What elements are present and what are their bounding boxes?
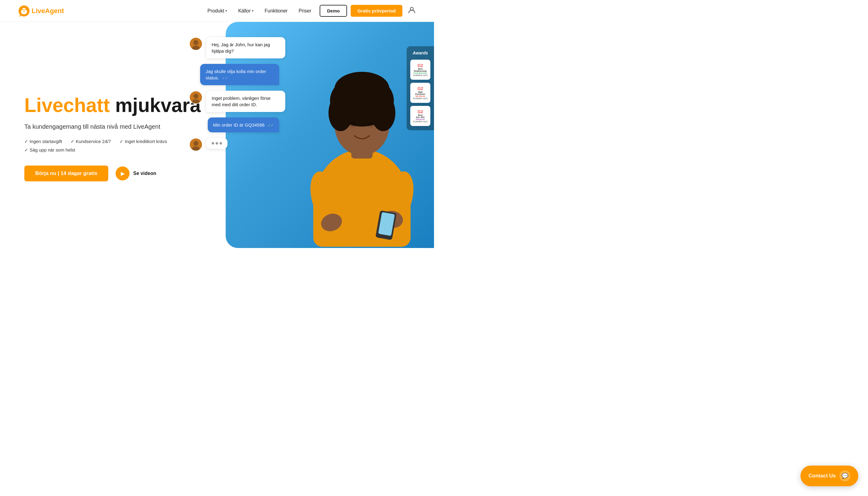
svg-point-4 [24, 9, 26, 10]
logo-icon [18, 5, 30, 17]
badge-support: Kundservice 24/7 [70, 139, 111, 144]
user-icon[interactable] [408, 6, 416, 16]
awards-title: Awards [413, 50, 428, 56]
chat-row-1: Hej, Jag är John, hur kan jag hjälpa dig… [189, 37, 285, 59]
chat-overlay: Hej, Jag är John, hur kan jag hjälpa dig… [189, 37, 285, 151]
hero-title: Livechatt mjukvara [24, 95, 207, 116]
awards-panel: Awards G2 Best Relationship Small Busine… [407, 46, 434, 130]
start-button[interactable]: Börja nu | 14 dagar gratis [24, 166, 108, 181]
nav-produkt[interactable]: Produkt ▾ [207, 8, 227, 14]
svg-point-14 [349, 123, 356, 127]
nav-links: Produkt ▾ Källor ▾ Funktioner Priser [207, 8, 311, 14]
hero-badges: Ingen startavgift Kundservice 24/7 Inget… [24, 139, 207, 153]
navbar: LiveAgent Produkt ▾ Källor ▾ Funktioner … [0, 0, 434, 22]
chat-bubble-1: Hej, Jag är John, hur kan jag hjälpa dig… [206, 37, 285, 59]
check-marks: ✓✓ [222, 76, 228, 80]
badge-no-start: Ingen startavgift [24, 139, 62, 144]
nav-priser[interactable]: Priser [299, 8, 311, 14]
agent-avatar-2 [189, 91, 203, 104]
dot-3 [220, 142, 222, 144]
svg-point-29 [193, 141, 198, 146]
check-marks-2: ✓✓ [268, 123, 274, 127]
award-badge-1: G2 Best Relationship Small Business SUMM… [410, 60, 430, 80]
hero-right: Hej, Jag är John, hur kan jag hjälpa dig… [226, 22, 434, 248]
logo-link[interactable]: LiveAgent [18, 5, 64, 17]
badge-no-card: Inget kreditkort krävs [119, 139, 167, 144]
svg-point-15 [367, 123, 375, 127]
nav-funktioner[interactable]: Funktioner [264, 8, 288, 14]
chat-row-2: Jag skulle vilja kolla min order status.… [189, 64, 285, 85]
svg-point-23 [193, 40, 198, 45]
chat-bubble-4: Min order ID är GQ34566 ✓✓ [208, 118, 279, 133]
svg-point-13 [335, 72, 389, 105]
chat-row-4: Min order ID är GQ34566 ✓✓ [189, 118, 285, 133]
typing-indicator [206, 138, 227, 149]
hero-actions: Börja nu | 14 dagar gratis ▶ Se videon [24, 166, 207, 181]
chevron-down-icon: ▾ [225, 9, 227, 13]
dot-2 [215, 142, 218, 144]
chat-row-typing [189, 138, 285, 151]
play-icon: ▶ [116, 167, 130, 181]
hero-subtitle: Ta kundengagemang till nästa nivå med Li… [24, 123, 207, 130]
video-button[interactable]: ▶ Se videon [116, 167, 156, 181]
agent-avatar-3 [189, 138, 203, 151]
chat-bubble-2: Jag skulle vilja kolla min order status.… [200, 64, 279, 85]
svg-point-3 [22, 9, 24, 10]
badge-cancel: Säg upp när som helst [24, 147, 75, 153]
dot-1 [212, 142, 214, 144]
nav-kallor[interactable]: Källor ▾ [238, 8, 254, 14]
svg-point-26 [193, 94, 198, 98]
agent-avatar-1 [189, 37, 203, 50]
chevron-down-icon: ▾ [252, 9, 254, 13]
logo-text: LiveAgent [32, 7, 64, 15]
chat-bubble-3: Inget problem, vänligen förse med med di… [206, 91, 285, 112]
chat-row-3: Inget problem, vänligen förse med med di… [189, 91, 285, 112]
hero-section: Livechatt mjukvara Ta kundengagemang til… [0, 22, 434, 248]
demo-button[interactable]: Demo [320, 5, 347, 17]
award-badge-2: G2 High Performer Mid-Market SUMMER 2022 [410, 83, 430, 103]
trial-button[interactable]: Gratis prövperiod [351, 5, 402, 17]
award-badge-3: G2 Best Est. ROI Enterprise SUMMER 2022 [410, 106, 430, 126]
